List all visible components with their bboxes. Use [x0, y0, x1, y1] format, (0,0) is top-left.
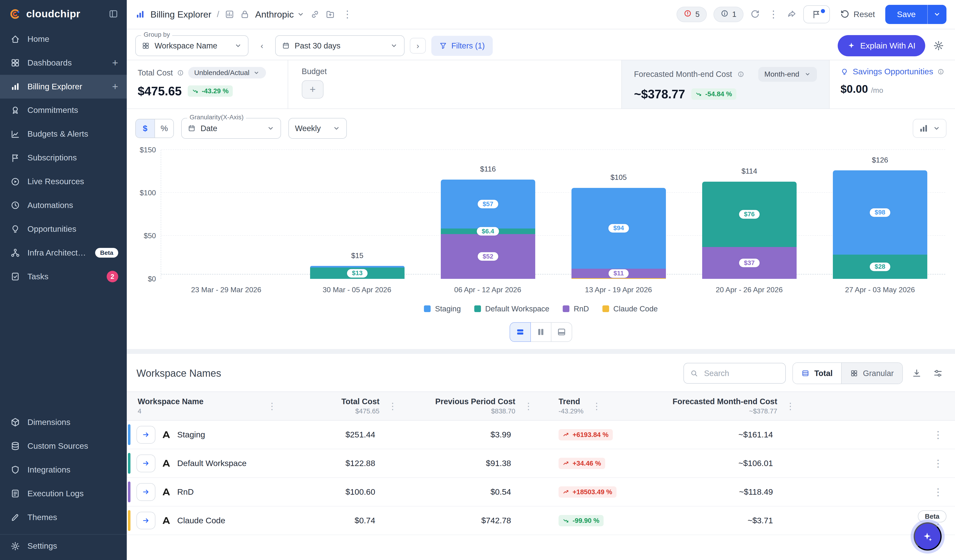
error-count-badge[interactable]: 5: [676, 7, 706, 22]
bar-segment-default-workspace[interactable]: $28: [833, 255, 927, 278]
explain-with-ai-button[interactable]: Explain With AI: [838, 35, 925, 56]
column-menu-icon[interactable]: ⋮: [386, 401, 400, 411]
granularity-select[interactable]: Granularity(X-Axis) Date: [181, 118, 281, 139]
date-next-button[interactable]: ›: [410, 38, 426, 54]
move-to-folder-icon[interactable]: [325, 9, 335, 19]
currency-percent-button[interactable]: %: [155, 119, 174, 138]
frequency-select[interactable]: Weekly: [288, 118, 347, 139]
row-menu-icon[interactable]: ⋮: [933, 429, 955, 440]
drill-down-button[interactable]: [136, 426, 155, 444]
ai-assistant-button[interactable]: [914, 522, 942, 550]
legend-item-staging[interactable]: Staging: [424, 305, 461, 313]
sidebar-item-themes[interactable]: Themes: [0, 505, 127, 529]
bar-segment-staging[interactable]: $98: [833, 171, 927, 255]
table-row-default-workspace[interactable]: Default Workspace$122.88$91.38+34.46 %~$…: [127, 449, 955, 478]
beta-badge: Beta: [918, 510, 947, 522]
date-prev-button[interactable]: ‹: [254, 38, 270, 54]
link-icon[interactable]: [310, 9, 320, 19]
view-bottom-panel-button[interactable]: [551, 322, 572, 342]
column-header-workspace-name[interactable]: Workspace Name4⋮: [127, 397, 319, 415]
bar-segment-default-workspace[interactable]: $76: [702, 181, 797, 247]
sidebar-item-live-resources[interactable]: Live Resources: [0, 170, 127, 194]
savings-block[interactable]: Savings Opportunities $0.00 /mo: [829, 60, 955, 108]
group-by-select[interactable]: Group by Workspace Name: [135, 35, 249, 56]
table-row-staging[interactable]: Staging$251.44$3.99+6193.84 %~$161.14⋮: [127, 421, 955, 449]
drill-down-button[interactable]: [136, 512, 155, 530]
view-split-horizontal-button[interactable]: [510, 322, 531, 342]
bar-segment-staging[interactable]: [310, 266, 404, 267]
sidebar-item-billing-explorer[interactable]: Billing Explorer+: [0, 75, 127, 99]
sidebar-item-tasks[interactable]: Tasks2: [0, 265, 127, 289]
currency-dollar-button[interactable]: $: [136, 119, 155, 138]
column-menu-icon[interactable]: ⋮: [521, 401, 535, 411]
bar-segment-staging[interactable]: $57: [441, 180, 535, 229]
row-menu-icon[interactable]: ⋮: [933, 458, 955, 469]
report-name-select[interactable]: Anthropic: [255, 9, 305, 20]
bar-segment-staging[interactable]: $94: [571, 188, 666, 269]
drill-down-button[interactable]: [136, 455, 155, 472]
sidebar-item-dashboards[interactable]: Dashboards+: [0, 51, 127, 75]
refresh-icon[interactable]: [750, 9, 760, 19]
bar-segment-rnd[interactable]: $52: [441, 234, 535, 279]
sidebar-item-opportunities[interactable]: Opportunities: [0, 217, 127, 241]
sidebar-item-execution-logs[interactable]: Execution Logs: [0, 482, 127, 505]
save-button[interactable]: Save: [885, 5, 927, 24]
sidebar-collapse-icon[interactable]: [108, 9, 118, 19]
sidebar-item-dimensions[interactable]: Dimensions: [0, 410, 127, 434]
add-icon[interactable]: +: [112, 58, 118, 68]
search-input[interactable]: [703, 368, 779, 379]
chart-settings-button[interactable]: [931, 38, 947, 54]
sidebar-item-commitments[interactable]: Commitments: [0, 99, 127, 122]
bar-segment-rnd[interactable]: $11: [571, 269, 666, 278]
add-budget-button[interactable]: +: [302, 80, 324, 99]
more-options-icon[interactable]: ⋮: [767, 9, 780, 19]
view-granular-button[interactable]: Granular: [841, 363, 902, 384]
legend-item-claude-code[interactable]: Claude Code: [603, 305, 658, 313]
bar-segment-rnd[interactable]: $37: [702, 247, 797, 279]
billing-icon: [10, 82, 20, 91]
sidebar-item-automations[interactable]: Automations: [0, 194, 127, 217]
download-button[interactable]: [910, 366, 924, 381]
row-color-strip: [128, 453, 130, 474]
view-total-button[interactable]: Total: [793, 363, 841, 384]
flag-button[interactable]: [803, 5, 830, 23]
forecast-cell: ~$161.14: [660, 430, 797, 440]
reset-button[interactable]: Reset: [836, 9, 879, 20]
column-menu-icon[interactable]: ⋮: [783, 401, 797, 411]
filters-button[interactable]: Filters (1): [431, 36, 493, 56]
share-icon[interactable]: [787, 9, 797, 19]
column-header-forecasted-month-end-cost[interactable]: Forecasted Month-end Cost~$378.77⋮: [660, 397, 797, 415]
more-options-icon[interactable]: ⋮: [341, 9, 354, 19]
sidebar-item-budgets-alerts[interactable]: Budgets & Alerts: [0, 122, 127, 146]
column-header-previous-period-cost[interactable]: Previous Period Cost$838.70⋮: [400, 397, 535, 415]
table-row-rnd[interactable]: RnD$100.60$0.54+18503.49 %~$118.49⋮: [127, 478, 955, 507]
sidebar-item-settings[interactable]: Settings: [0, 534, 127, 558]
drill-down-button[interactable]: [136, 483, 155, 501]
sidebar-item-custom-sources[interactable]: Custom Sources: [0, 434, 127, 458]
sidebar-item-subscriptions[interactable]: Subscriptions: [0, 146, 127, 170]
forecast-period-select[interactable]: Month-end: [758, 67, 817, 81]
legend-item-rnd[interactable]: RnD: [563, 305, 589, 313]
sidebar-item-home[interactable]: Home: [0, 27, 127, 51]
bar-segment-default-workspace[interactable]: $13: [310, 267, 404, 279]
legend-item-default-workspace[interactable]: Default Workspace: [474, 305, 549, 313]
bar-segment-default-workspace[interactable]: $6.4: [441, 228, 535, 234]
info-count-badge[interactable]: 1: [714, 7, 744, 22]
row-menu-icon[interactable]: ⋮: [933, 486, 955, 498]
column-menu-icon[interactable]: ⋮: [590, 401, 604, 411]
date-range-select[interactable]: Past 30 days: [275, 35, 404, 56]
table-row-claude-code[interactable]: Claude Code$0.74$742.78-99.90 %~$3.71⋮: [127, 507, 955, 535]
cost-type-select[interactable]: Unblended/Actual: [188, 67, 266, 78]
column-header-trend[interactable]: Trend-43.29%⋮: [535, 397, 660, 415]
sidebar-item-integrations[interactable]: Integrations: [0, 458, 127, 482]
chart-type-button[interactable]: [913, 119, 946, 138]
view-split-vertical-button[interactable]: [530, 322, 551, 342]
sidebar-item-infra-architecture[interactable]: Infra ArchitectureBeta: [0, 241, 127, 265]
bar-segment-claude-code[interactable]: [571, 278, 666, 279]
column-settings-button[interactable]: [931, 366, 945, 381]
legend-swatch: [474, 305, 481, 312]
save-dropdown-button[interactable]: [927, 5, 947, 24]
column-menu-icon[interactable]: ⋮: [265, 401, 279, 411]
column-header-total-cost[interactable]: Total Cost$475.65⋮: [319, 397, 399, 415]
add-icon[interactable]: +: [112, 81, 118, 92]
